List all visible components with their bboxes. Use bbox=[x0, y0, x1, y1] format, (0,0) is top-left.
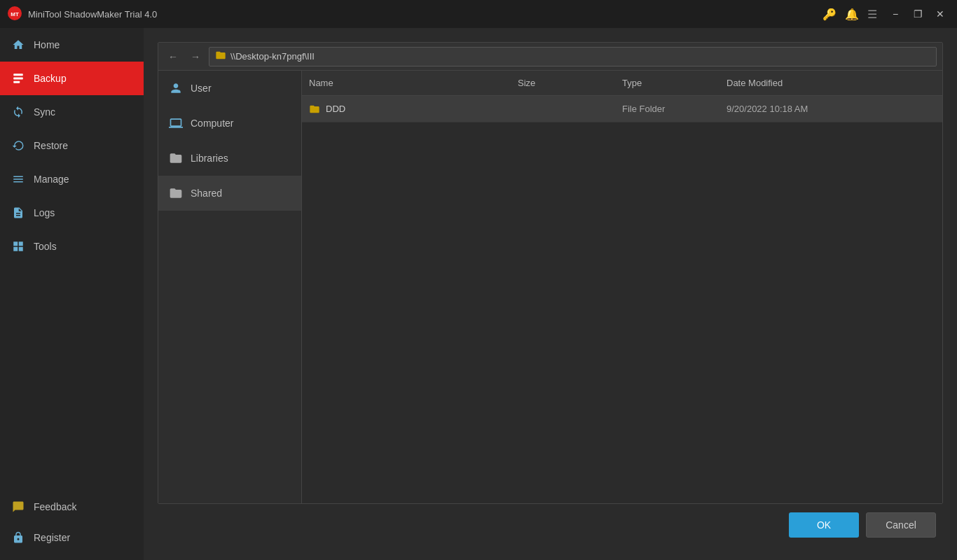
sidebar-item-restore[interactable]: Restore bbox=[0, 129, 144, 162]
sidebar: Home Backup Sync Restore bbox=[0, 28, 144, 560]
tree-pane: User Computer Libraries bbox=[158, 71, 302, 503]
folder-icon bbox=[309, 104, 320, 115]
home-icon bbox=[11, 38, 25, 52]
tree-label-libraries: Libraries bbox=[191, 153, 228, 164]
sidebar-item-sync[interactable]: Sync bbox=[0, 95, 144, 129]
computer-icon bbox=[168, 115, 184, 131]
tree-label-user: User bbox=[191, 83, 212, 94]
path-text: \\Desktop-kn7pngf\III bbox=[230, 51, 315, 62]
sidebar-item-tools[interactable]: Tools bbox=[0, 230, 144, 263]
tree-label-computer: Computer bbox=[191, 118, 233, 129]
list-pane: Name Size Type Date Modified DDD bbox=[302, 71, 942, 503]
sidebar-item-home[interactable]: Home bbox=[0, 28, 144, 62]
manage-icon bbox=[11, 172, 25, 186]
path-folder-icon bbox=[215, 50, 226, 63]
tree-item-computer[interactable]: Computer bbox=[158, 106, 301, 141]
file-type: File Folder bbox=[622, 104, 727, 114]
user-folder-icon bbox=[168, 80, 184, 96]
sidebar-item-manage[interactable]: Manage bbox=[0, 162, 144, 196]
titlebar: MT MiniTool ShadowMaker Trial 4.0 🔑 🔔 ☰ … bbox=[0, 0, 957, 28]
file-name: DDD bbox=[309, 104, 518, 115]
sync-icon bbox=[11, 105, 25, 119]
content-area: ← → \\Desktop-kn7pngf\III bbox=[144, 28, 957, 560]
back-button[interactable]: ← bbox=[164, 48, 182, 66]
ok-button[interactable]: OK bbox=[789, 512, 859, 538]
bottom-bar: OK Cancel bbox=[158, 504, 943, 546]
sidebar-label-tools: Tools bbox=[34, 241, 57, 252]
close-button[interactable]: ✕ bbox=[930, 6, 950, 22]
app-title: MiniTool ShadowMaker Trial 4.0 bbox=[28, 9, 822, 20]
tree-label-shared: Shared bbox=[191, 188, 222, 199]
tree-item-user[interactable]: User bbox=[158, 71, 301, 106]
svg-rect-3 bbox=[13, 78, 23, 80]
libraries-icon bbox=[168, 150, 184, 166]
logs-icon bbox=[11, 206, 25, 220]
tree-item-shared[interactable]: Shared bbox=[158, 176, 301, 211]
feedback-icon bbox=[11, 500, 25, 514]
sidebar-label-backup: Backup bbox=[34, 73, 67, 84]
sidebar-label-home: Home bbox=[34, 39, 60, 50]
sidebar-item-feedback[interactable]: Feedback bbox=[0, 491, 144, 522]
col-header-size: Size bbox=[518, 78, 622, 88]
col-header-name: Name bbox=[309, 78, 518, 88]
sidebar-item-register[interactable]: Register bbox=[0, 522, 144, 553]
minimize-button[interactable]: − bbox=[886, 6, 905, 22]
list-header: Name Size Type Date Modified bbox=[302, 71, 942, 96]
sidebar-label-feedback: Feedback bbox=[34, 501, 76, 512]
tree-item-libraries[interactable]: Libraries bbox=[158, 141, 301, 176]
window-controls: − ❐ ✕ bbox=[886, 6, 950, 22]
svg-text:MT: MT bbox=[11, 11, 19, 18]
app-logo: MT bbox=[7, 6, 22, 23]
cancel-button[interactable]: Cancel bbox=[866, 512, 936, 538]
sidebar-bottom: Feedback Register bbox=[0, 491, 144, 560]
sidebar-label-manage: Manage bbox=[34, 174, 69, 185]
main-layout: Home Backup Sync Restore bbox=[0, 28, 957, 560]
sidebar-item-logs[interactable]: Logs bbox=[0, 196, 144, 230]
table-row[interactable]: DDD File Folder 9/20/2022 10:18 AM bbox=[302, 96, 942, 122]
register-icon bbox=[11, 531, 25, 545]
sidebar-label-logs: Logs bbox=[34, 207, 55, 218]
svg-rect-2 bbox=[13, 74, 23, 76]
svg-rect-4 bbox=[13, 81, 20, 83]
file-date: 9/20/2022 10:18 AM bbox=[727, 104, 935, 114]
browser-body: User Computer Libraries bbox=[158, 71, 942, 503]
tools-icon bbox=[11, 239, 25, 253]
nav-bar: ← → \\Desktop-kn7pngf\III bbox=[158, 43, 942, 71]
sidebar-nav: Home Backup Sync Restore bbox=[0, 28, 144, 491]
list-body: DDD File Folder 9/20/2022 10:18 AM bbox=[302, 96, 942, 503]
file-browser: ← → \\Desktop-kn7pngf\III bbox=[158, 42, 943, 504]
sidebar-label-sync: Sync bbox=[34, 106, 55, 118]
backup-icon bbox=[11, 71, 25, 85]
restore-icon bbox=[11, 139, 25, 153]
bell-icon: 🔔 bbox=[845, 8, 859, 21]
sidebar-item-backup[interactable]: Backup bbox=[0, 62, 144, 95]
col-header-type: Type bbox=[622, 78, 727, 88]
restore-button[interactable]: ❐ bbox=[908, 6, 928, 22]
forward-button[interactable]: → bbox=[186, 48, 205, 66]
col-header-date: Date Modified bbox=[727, 78, 935, 88]
sidebar-label-register: Register bbox=[34, 532, 70, 543]
path-bar[interactable]: \\Desktop-kn7pngf\III bbox=[209, 47, 937, 66]
key-icon: 🔑 bbox=[822, 8, 836, 21]
sidebar-label-restore: Restore bbox=[34, 140, 68, 151]
menu-icon[interactable]: ☰ bbox=[867, 8, 877, 21]
shared-icon bbox=[168, 186, 184, 201]
